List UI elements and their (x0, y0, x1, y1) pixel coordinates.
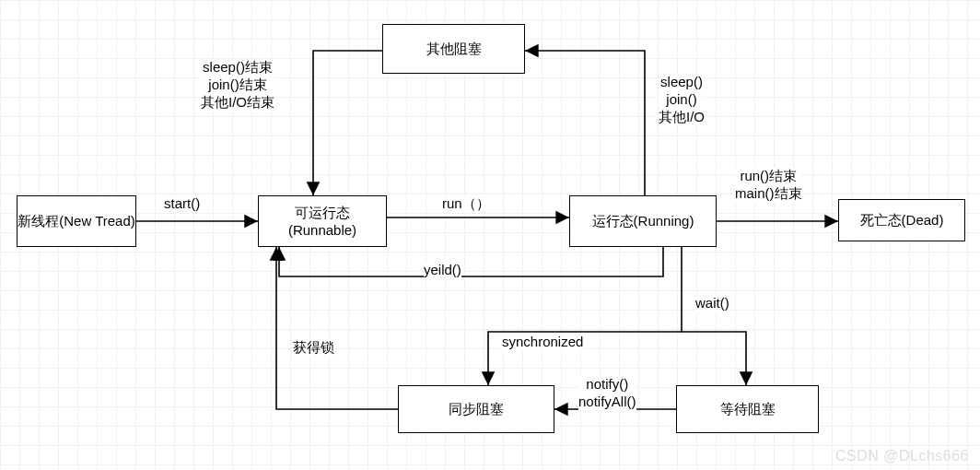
watermark: CSDN @DLchs666 (835, 448, 969, 464)
node-new-thread: 新线程(New Tread) (17, 195, 136, 247)
label-synchronized: synchronized (502, 334, 583, 351)
node-label: 新线程(New Tread) (18, 212, 135, 230)
node-label: 可运行态(Runnable) (288, 204, 356, 240)
label-run: run（） (442, 195, 490, 213)
node-label: 死亡态(Dead) (860, 211, 944, 229)
label-notify: notify()notifyAll() (578, 376, 636, 411)
label-start: start() (164, 195, 200, 213)
node-label: 等待阻塞 (720, 400, 776, 418)
node-label: 其他阻塞 (426, 40, 482, 58)
label-from-other: sleep()结束join()结束其他I/O结束 (201, 59, 274, 111)
node-wait-block: 等待阻塞 (676, 385, 819, 433)
node-sync-block: 同步阻塞 (398, 385, 554, 433)
node-running: 运行态(Running) (569, 195, 717, 247)
label-yield: yeild() (424, 262, 461, 279)
node-other-block: 其他阻塞 (382, 24, 525, 74)
label-get-lock: 获得锁 (293, 339, 334, 357)
node-label: 同步阻塞 (449, 400, 504, 418)
label-run-end: run()结束main()结束 (735, 168, 802, 203)
node-runnable: 可运行态(Runnable) (258, 195, 387, 247)
label-wait: wait() (695, 295, 729, 312)
node-label: 运行态(Running) (592, 212, 694, 230)
label-to-other: sleep()join()其他I/O (659, 74, 705, 125)
node-dead: 死亡态(Dead) (838, 199, 965, 241)
